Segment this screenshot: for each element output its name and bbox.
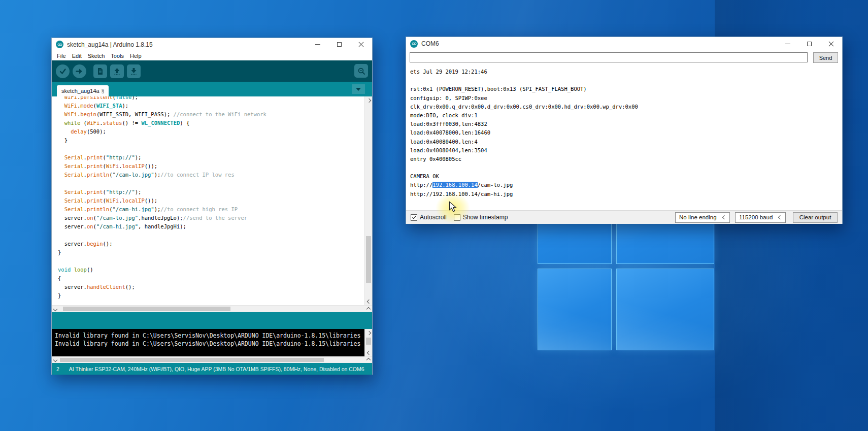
maximize-button[interactable] xyxy=(798,37,820,50)
triangle-down-icon xyxy=(356,88,361,91)
code-line: Serial.print(WiFi.localIP()); xyxy=(58,162,363,171)
autoscroll-checkbox-checked[interactable] xyxy=(411,214,417,221)
code-line: server.on("/cam-lo.jpg",handleJpgLo);//s… xyxy=(58,214,363,222)
serial-line: load:0x40080404,len:3504 xyxy=(410,146,842,155)
code-line: } xyxy=(58,248,363,257)
serial-titlebar[interactable]: COM6 xyxy=(406,37,842,50)
maximize-icon xyxy=(807,42,812,46)
tab-sketch[interactable]: sketch_aug14a § xyxy=(57,85,109,96)
code-text: WiFi.persistent(false); WiFi.mode(WIFI_S… xyxy=(58,96,363,305)
status-message-strip xyxy=(52,312,372,329)
arrow-down-icon xyxy=(129,67,138,76)
clear-output-button[interactable]: Clear output xyxy=(793,212,838,223)
window-title: sketch_aug14a | Arduino 1.8.15 xyxy=(67,41,153,48)
scroll-right-icon[interactable] xyxy=(365,306,372,312)
open-button[interactable] xyxy=(110,64,124,78)
menu-file[interactable]: File xyxy=(54,53,69,59)
arrow-right-icon xyxy=(75,67,84,76)
maximize-button[interactable] xyxy=(328,38,350,51)
code-line: while (WiFi.status() != WL_CONNECTED) { xyxy=(58,119,363,127)
serial-send-input[interactable] xyxy=(410,52,808,62)
code-line: delay(500); xyxy=(58,127,363,136)
code-line: { xyxy=(58,274,363,283)
windows-logo-pane xyxy=(538,269,612,350)
new-sketch-button[interactable] xyxy=(93,64,107,78)
tab-modified-mark: § xyxy=(102,88,105,94)
windows-logo-pane xyxy=(616,269,714,350)
scroll-up-icon[interactable] xyxy=(365,96,372,104)
code-line: WiFi.begin(WIFI_SSID, WIFI_PASS); //conn… xyxy=(58,110,363,119)
scroll-down-icon[interactable] xyxy=(365,297,372,305)
scroll-left-icon[interactable] xyxy=(52,306,59,312)
scrollbar-thumb[interactable] xyxy=(63,307,230,311)
code-line: } xyxy=(58,136,363,145)
scrollbar-thumb[interactable] xyxy=(366,338,371,345)
code-editor[interactable]: WiFi.persistent(false); WiFi.mode(WIFI_S… xyxy=(52,96,372,305)
serial-line: entry 0x400805cc xyxy=(410,155,842,163)
magnifier-icon xyxy=(357,67,366,76)
close-button[interactable] xyxy=(350,38,372,51)
serial-monitor-controls: Autoscroll Show timestamp No line ending… xyxy=(406,210,842,224)
upload-button[interactable] xyxy=(73,64,86,78)
serial-line: mode:DIO, clock div:1 xyxy=(410,111,842,120)
console-horizontal-scrollbar[interactable] xyxy=(52,356,372,363)
minimize-button[interactable] xyxy=(777,37,798,50)
serial-line: load:0x40078000,len:16460 xyxy=(410,128,842,137)
code-line: server.handleClient(); xyxy=(58,283,363,291)
toolbar xyxy=(52,60,372,82)
arduino-titlebar[interactable]: sketch_aug14a | Arduino 1.8.15 xyxy=(52,38,372,51)
menu-tools[interactable]: Tools xyxy=(108,53,127,59)
editor-vertical-scrollbar[interactable] xyxy=(364,96,372,305)
code-line: void loop() xyxy=(58,266,363,274)
document-icon xyxy=(96,67,105,76)
serial-output[interactable]: ets Jul 29 2019 12:21:46 rst:0x1 (POWERO… xyxy=(406,64,842,210)
scroll-down-icon[interactable] xyxy=(365,349,372,356)
baud-rate-dropdown[interactable]: 115200 baud xyxy=(735,212,786,223)
console-lines: Invalid library found in C:\Users\Servis… xyxy=(55,331,364,348)
save-button[interactable] xyxy=(127,64,141,78)
serial-line: configsip: 0, SPIWP:0xee xyxy=(410,94,842,103)
menu-sketch[interactable]: Sketch xyxy=(85,53,108,59)
code-line: } xyxy=(58,291,363,300)
minimize-button[interactable] xyxy=(307,38,328,51)
code-line: Serial.print("http://"); xyxy=(58,188,363,196)
close-icon xyxy=(358,42,364,47)
serial-line: load:0x3fff0030,len:4832 xyxy=(410,120,842,128)
tab-bar: sketch_aug14a § xyxy=(52,82,372,96)
line-ending-dropdown[interactable]: No line ending xyxy=(675,212,730,223)
chevron-down-icon xyxy=(722,215,726,219)
serial-line: load:0x40080400,len:4 xyxy=(410,138,842,146)
status-line-number: 2 xyxy=(56,366,59,372)
serial-monitor-button[interactable] xyxy=(354,64,368,78)
show-timestamp-label: Show timestamp xyxy=(463,214,508,221)
scrollbar-thumb[interactable] xyxy=(366,236,371,283)
editor-horizontal-scrollbar[interactable] xyxy=(52,305,372,312)
code-line: Serial.println("/cam-lo.jpg");//to conne… xyxy=(58,171,363,179)
arrow-up-icon xyxy=(113,67,121,76)
arduino-app-icon xyxy=(56,41,63,48)
close-button[interactable] xyxy=(820,37,842,50)
console-vertical-scrollbar[interactable] xyxy=(364,329,372,356)
scroll-up-icon[interactable] xyxy=(365,329,372,337)
arduino-app-icon xyxy=(410,40,418,48)
send-button[interactable]: Send xyxy=(813,52,838,63)
serial-line: rst:0x1 (POWERON_RESET),boot:0x13 (SPI_F… xyxy=(410,85,842,93)
scrollbar-thumb[interactable] xyxy=(60,358,324,362)
scroll-left-icon[interactable] xyxy=(52,357,59,363)
scroll-right-icon[interactable] xyxy=(365,357,372,363)
verify-button[interactable] xyxy=(56,64,70,78)
menu-help[interactable]: Help xyxy=(127,53,145,59)
code-line xyxy=(58,257,363,266)
menu-edit[interactable]: Edit xyxy=(69,53,85,59)
serial-line: http://192.168.100.14/cam-hi.jpg xyxy=(410,190,842,198)
code-line xyxy=(58,145,363,153)
menu-bar: FileEditSketchToolsHelp xyxy=(52,51,372,60)
code-line xyxy=(58,179,363,188)
tab-list-dropdown[interactable] xyxy=(352,84,365,94)
tab-label: sketch_aug14a xyxy=(61,88,99,94)
arduino-ide-window: sketch_aug14a | Arduino 1.8.15 FileEditS… xyxy=(51,38,373,375)
code-line: WiFi.mode(WIFI_STA); xyxy=(58,102,363,110)
serial-line: http://192.168.100.14/cam-lo.jpg xyxy=(410,181,842,189)
send-row: Send xyxy=(406,50,842,64)
serial-line: clk_drv:0x00,q_drv:0x00,d_drv:0x00,cs0_d… xyxy=(410,103,842,111)
